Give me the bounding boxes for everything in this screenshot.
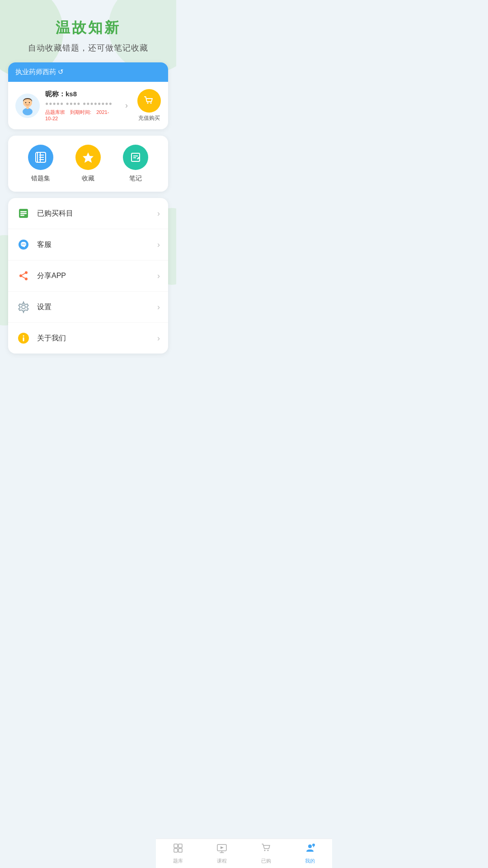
expiry-prefix: 到期时间: bbox=[70, 109, 93, 115]
feature-wrong[interactable]: 错题集 bbox=[28, 145, 53, 183]
menu-item-share[interactable]: 分享APP › bbox=[8, 260, 168, 292]
service-icon-wrap bbox=[16, 237, 31, 252]
hero-subtitle: 自动收藏错题，还可做笔记收藏 bbox=[9, 42, 167, 53]
svg-point-31 bbox=[23, 335, 24, 337]
menu-item-settings[interactable]: 设置 › bbox=[8, 292, 168, 323]
service-icon bbox=[17, 238, 30, 251]
svg-point-1 bbox=[23, 108, 33, 115]
hero-section: 温故知新 自动收藏错题，还可做笔记收藏 bbox=[0, 0, 176, 62]
wrong-questions-icon bbox=[34, 151, 47, 164]
recharge-button[interactable]: 充值购买 bbox=[137, 89, 161, 122]
wrong-icon-circle bbox=[28, 145, 53, 170]
profile-card: 执业药师西药 ↺ bbox=[8, 62, 168, 129]
avatar-illustration bbox=[16, 94, 39, 117]
cart-icon bbox=[143, 94, 155, 107]
svg-point-29 bbox=[22, 305, 25, 309]
feature-card: 错题集 收藏 笔记 bbox=[8, 136, 168, 192]
share-text: 分享APP bbox=[37, 271, 151, 281]
menu-card: 已购买科目 › 客服 › bbox=[8, 198, 168, 354]
settings-text: 设置 bbox=[37, 302, 151, 312]
service-text: 客服 bbox=[37, 240, 151, 250]
feature-notes[interactable]: 笔记 bbox=[123, 145, 148, 183]
purchased-icon-wrap bbox=[16, 206, 31, 221]
svg-point-6 bbox=[150, 103, 152, 104]
about-icon-wrap bbox=[16, 331, 31, 345]
service-chevron: › bbox=[157, 240, 160, 250]
purchased-icon bbox=[17, 207, 30, 220]
menu-item-purchased[interactable]: 已购买科目 › bbox=[8, 198, 168, 229]
share-icon-wrap bbox=[16, 269, 31, 283]
wrong-label: 错题集 bbox=[31, 175, 50, 183]
cards-container: 执业药师西药 ↺ bbox=[0, 62, 176, 354]
purchased-chevron: › bbox=[157, 209, 160, 218]
settings-icon-wrap bbox=[16, 300, 31, 314]
svg-rect-18 bbox=[20, 213, 27, 214]
profile-header-label: 执业药师西药 bbox=[15, 68, 56, 75]
nickname-value: ks8 bbox=[66, 90, 77, 98]
svg-marker-12 bbox=[83, 152, 94, 163]
recharge-label: 充值购买 bbox=[138, 114, 160, 122]
about-chevron: › bbox=[157, 334, 160, 343]
notes-label: 笔记 bbox=[129, 175, 142, 183]
star-icon bbox=[81, 151, 95, 164]
recharge-icon bbox=[137, 89, 161, 113]
page-content: 温故知新 自动收藏错题，还可做笔记收藏 执业药师西药 ↺ bbox=[0, 0, 176, 385]
svg-point-3 bbox=[25, 102, 26, 103]
uid-placeholder: ●●●●● ●●●● ●●●●●●●● bbox=[45, 100, 113, 107]
svg-point-5 bbox=[147, 103, 149, 104]
profile-header-arrow: ↺ bbox=[58, 68, 64, 75]
menu-item-about[interactable]: 关于我们 › bbox=[8, 323, 168, 354]
menu-item-service[interactable]: 客服 › bbox=[8, 229, 168, 260]
svg-point-21 bbox=[22, 244, 23, 245]
nickname-prefix: 昵称： bbox=[45, 90, 66, 98]
membership-text: 品题库班 bbox=[45, 109, 65, 115]
svg-point-25 bbox=[25, 271, 28, 274]
notes-icon bbox=[129, 151, 142, 164]
profile-chevron[interactable]: › bbox=[121, 100, 132, 111]
avatar[interactable] bbox=[15, 94, 40, 118]
svg-point-23 bbox=[24, 244, 25, 245]
svg-point-22 bbox=[23, 244, 24, 245]
svg-point-4 bbox=[29, 102, 30, 103]
svg-rect-19 bbox=[20, 215, 24, 216]
svg-rect-2 bbox=[26, 107, 29, 109]
settings-chevron: › bbox=[157, 302, 160, 312]
about-icon bbox=[17, 332, 30, 344]
profile-card-header: 执业药师西药 ↺ bbox=[8, 62, 168, 82]
purchased-text: 已购买科目 bbox=[37, 209, 151, 218]
share-chevron: › bbox=[157, 271, 160, 281]
collect-label: 收藏 bbox=[82, 175, 94, 183]
hero-title: 温故知新 bbox=[9, 18, 167, 38]
svg-rect-17 bbox=[20, 211, 27, 212]
collect-icon-circle bbox=[75, 145, 101, 170]
notes-icon-circle bbox=[123, 145, 148, 170]
share-icon bbox=[17, 269, 30, 282]
settings-icon bbox=[17, 301, 30, 313]
svg-point-26 bbox=[25, 278, 28, 280]
svg-line-27 bbox=[22, 274, 25, 275]
about-text: 关于我们 bbox=[37, 334, 151, 343]
svg-line-28 bbox=[22, 277, 25, 278]
feature-collect[interactable]: 收藏 bbox=[75, 145, 101, 183]
uid-row: ●●●●● ●●●● ●●●●●●●● bbox=[45, 100, 116, 107]
membership-row: 品题库班 到期时间: 2021-10-22 bbox=[45, 109, 116, 121]
chevron-icon: › bbox=[125, 101, 128, 110]
profile-info: 昵称：ks8 ●●●●● ●●●● ●●●●●●●● 品题库班 到期时间: 20… bbox=[45, 90, 116, 121]
nickname-row: 昵称：ks8 bbox=[45, 90, 116, 99]
svg-point-24 bbox=[19, 274, 22, 277]
profile-card-body: 昵称：ks8 ●●●●● ●●●● ●●●●●●●● 品题库班 到期时间: 20… bbox=[8, 82, 168, 129]
svg-rect-32 bbox=[23, 337, 24, 341]
